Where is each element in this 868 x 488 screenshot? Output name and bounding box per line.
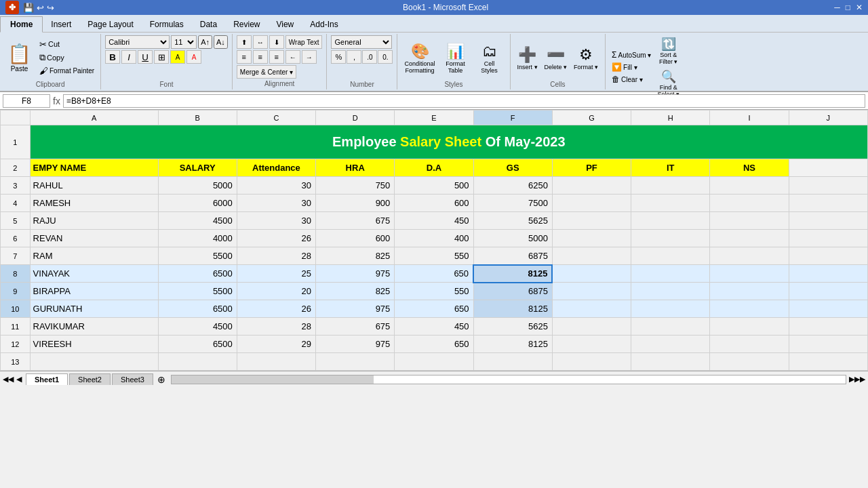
cell-h6[interactable] xyxy=(631,230,710,247)
cell-a13[interactable] xyxy=(30,353,158,371)
cell-h2[interactable]: IT xyxy=(631,159,710,177)
sort-filter-btn[interactable]: 🔃 Sort &Filter ▾ xyxy=(654,35,682,66)
cell-e6[interactable]: 400 xyxy=(395,230,473,247)
cell-j6[interactable] xyxy=(789,230,867,247)
cell-i13[interactable] xyxy=(710,353,789,371)
cell-c10[interactable]: 26 xyxy=(237,300,315,318)
cell-b5[interactable]: 4500 xyxy=(158,212,237,230)
title-cell[interactable]: Employee Salary Sheet Of May-2023 xyxy=(30,125,867,159)
fill-color-button[interactable]: A xyxy=(170,50,185,64)
next-sheet-btn2[interactable]: ▶▶ xyxy=(854,375,865,384)
cell-f8[interactable]: 8125 xyxy=(473,265,552,283)
row-header-7[interactable]: 7 xyxy=(1,247,31,265)
add-sheet-btn[interactable]: ⊕ xyxy=(157,374,165,385)
comma-btn[interactable]: , xyxy=(347,50,361,64)
cell-f11[interactable]: 5625 xyxy=(473,318,552,336)
format-as-table-btn[interactable]: 📊 FormatTable xyxy=(439,41,472,75)
decrease-decimal-btn[interactable]: 0. xyxy=(378,50,393,64)
cell-b13[interactable] xyxy=(158,353,237,371)
cell-f10[interactable]: 8125 xyxy=(473,300,552,318)
increase-font-btn[interactable]: A↑ xyxy=(198,35,212,49)
tab-insert[interactable]: Insert xyxy=(43,17,79,32)
cell-e12[interactable]: 650 xyxy=(395,336,473,353)
border-button[interactable]: ⊞ xyxy=(154,50,169,64)
col-header-a[interactable]: A xyxy=(30,110,158,125)
cell-d9[interactable]: 825 xyxy=(316,283,395,300)
cell-e9[interactable]: 550 xyxy=(395,283,473,300)
cell-d2[interactable]: HRA xyxy=(316,159,395,177)
cell-i3[interactable] xyxy=(710,177,789,195)
cell-f4[interactable]: 7500 xyxy=(473,195,552,212)
col-header-b[interactable]: B xyxy=(158,110,237,125)
align-bottom-btn[interactable]: ⬇ xyxy=(269,35,284,49)
cell-styles-btn[interactable]: 🗂 CellStyles xyxy=(473,41,506,75)
cell-g5[interactable] xyxy=(552,212,631,230)
paste-button[interactable]: 📋 Paste xyxy=(4,41,35,75)
cell-e4[interactable]: 600 xyxy=(395,195,473,212)
cell-c13[interactable] xyxy=(237,353,315,371)
cell-b2[interactable]: SALARY xyxy=(158,159,237,177)
cell-i12[interactable] xyxy=(710,336,789,353)
cell-i4[interactable] xyxy=(710,195,789,212)
cell-e3[interactable]: 500 xyxy=(395,177,473,195)
cell-d12[interactable]: 975 xyxy=(316,336,395,353)
cell-b3[interactable]: 5000 xyxy=(158,177,237,195)
wrap-text-button[interactable]: Wrap Text xyxy=(285,35,323,49)
cell-c8[interactable]: 25 xyxy=(237,265,315,283)
cut-button[interactable]: ✂ Cut xyxy=(37,39,96,50)
cell-e5[interactable]: 450 xyxy=(395,212,473,230)
cell-i11[interactable] xyxy=(710,318,789,336)
cell-i9[interactable] xyxy=(710,283,789,300)
cell-i8[interactable] xyxy=(710,265,789,283)
cell-a3[interactable]: RAHUL xyxy=(30,177,158,195)
cell-g13[interactable] xyxy=(552,353,631,371)
cell-f13[interactable] xyxy=(473,353,552,371)
row-header-1[interactable]: 1 xyxy=(1,125,31,159)
cell-d6[interactable]: 600 xyxy=(316,230,395,247)
cell-f2[interactable]: GS xyxy=(473,159,552,177)
cell-j9[interactable] xyxy=(789,283,867,300)
align-left-btn[interactable]: ≡ xyxy=(237,50,252,64)
sheet-tab-2[interactable]: Sheet2 xyxy=(69,373,111,385)
delete-btn[interactable]: ➖ Delete ▾ xyxy=(542,45,570,72)
prev-sheet-btn2[interactable]: ◀ xyxy=(16,375,22,384)
cell-f3[interactable]: 6250 xyxy=(473,177,552,195)
row-header-6[interactable]: 6 xyxy=(1,230,31,247)
formula-input[interactable] xyxy=(63,94,865,108)
cell-a5[interactable]: RAJU xyxy=(30,212,158,230)
cell-h11[interactable] xyxy=(631,318,710,336)
cell-f7[interactable]: 6875 xyxy=(473,247,552,265)
increase-decimal-btn[interactable]: .0 xyxy=(362,50,377,64)
col-header-i[interactable]: I xyxy=(710,110,789,125)
bold-button[interactable]: B xyxy=(105,50,120,64)
cell-f5[interactable]: 5625 xyxy=(473,212,552,230)
close-btn[interactable]: ✕ xyxy=(856,3,863,12)
row-header-12[interactable]: 12 xyxy=(1,336,31,353)
cell-d4[interactable]: 900 xyxy=(316,195,395,212)
cell-j5[interactable] xyxy=(789,212,867,230)
cell-c12[interactable]: 29 xyxy=(237,336,315,353)
cell-g10[interactable] xyxy=(552,300,631,318)
cell-b4[interactable]: 6000 xyxy=(158,195,237,212)
cell-f12[interactable]: 8125 xyxy=(473,336,552,353)
maximize-btn[interactable]: □ xyxy=(846,3,850,12)
cell-h8[interactable] xyxy=(631,265,710,283)
tab-data[interactable]: Data xyxy=(192,17,225,32)
col-header-f[interactable]: F xyxy=(473,110,552,125)
cell-h7[interactable] xyxy=(631,247,710,265)
col-header-c[interactable]: C xyxy=(237,110,315,125)
cell-b6[interactable]: 4000 xyxy=(158,230,237,247)
cell-a6[interactable]: REVAN xyxy=(30,230,158,247)
row-header-10[interactable]: 10 xyxy=(1,300,31,318)
quick-save-btn[interactable]: 💾 xyxy=(23,3,34,13)
cell-reference-box[interactable] xyxy=(3,94,50,108)
cell-j4[interactable] xyxy=(789,195,867,212)
cell-a11[interactable]: RAVIKUMAR xyxy=(30,318,158,336)
cell-b7[interactable]: 5500 xyxy=(158,247,237,265)
italic-button[interactable]: I xyxy=(121,50,136,64)
align-top-btn[interactable]: ⬆ xyxy=(237,35,252,49)
decrease-font-btn[interactable]: A↓ xyxy=(214,35,228,49)
cell-j2[interactable] xyxy=(789,159,867,177)
cell-i7[interactable] xyxy=(710,247,789,265)
fill-btn[interactable]: 🔽 Fill ▾ xyxy=(610,62,653,73)
